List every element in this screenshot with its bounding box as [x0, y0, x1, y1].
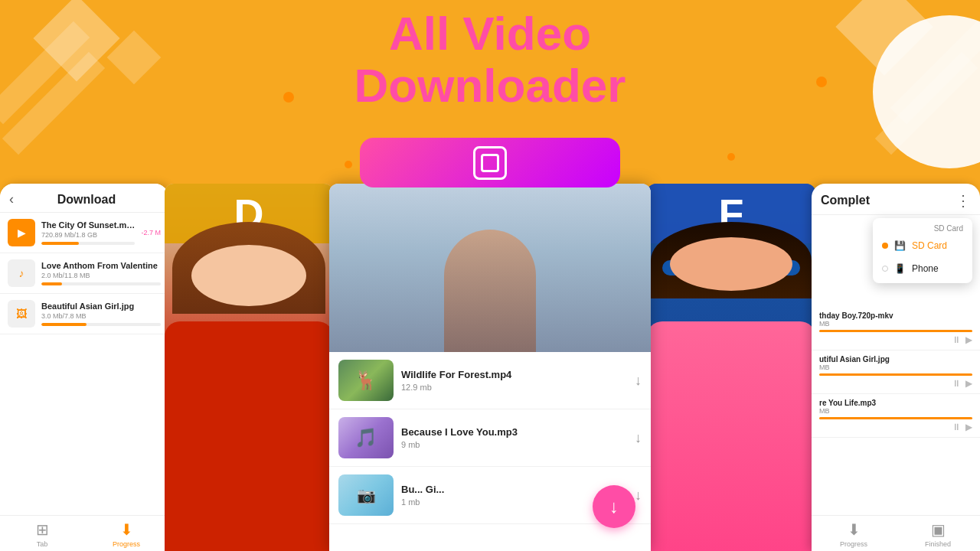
video-preview[interactable]: [329, 184, 651, 352]
tab-icon: ⊞: [36, 520, 49, 539]
completed-item-2-name: utiful Asian Girl.jpg: [819, 355, 972, 364]
nav-progress[interactable]: ⬇ Progress: [84, 520, 168, 548]
download-item-3[interactable]: 🖼 Beautiful Asian Girl.jpg 3.0 Mb/7.8 MB: [0, 294, 168, 334]
app-icon-inner: [481, 154, 499, 172]
completed-progress-1: [819, 330, 972, 332]
completed-item-3[interactable]: re You Life.mp3 MB ⏸ ▶: [812, 394, 980, 438]
pink-bar[interactable]: [360, 138, 620, 187]
left-screen: ‹ Download ▶ The City Of Sunset.mkv-1080…: [0, 184, 168, 551]
completed-progress-2: [819, 373, 972, 376]
right-finished-icon: ▣: [931, 520, 946, 539]
app-title-area: All Video Downloader: [0, 8, 980, 112]
dropdown-sd-card[interactable]: 💾 SD Card: [873, 234, 972, 257]
progress-fill-2: [41, 282, 62, 285]
media-item-2[interactable]: 🎵 Because I Love You.mp3 9 mb ↓: [329, 409, 651, 467]
completed-items: thday Boy.720p-mkv MB ⏸ ▶ utiful Asian G…: [812, 307, 980, 438]
media-thumb-1: 🦌: [338, 360, 394, 401]
completed-item-3-size: MB: [819, 407, 972, 415]
play-btn-1[interactable]: ▶: [965, 334, 972, 345]
download-item-2[interactable]: ♪ Love Anthom From Valentine 2.0 Mb/11.8…: [0, 253, 168, 294]
unselected-dot: [882, 266, 888, 272]
media-info-2: Because I Love You.mp3 9 mb: [401, 426, 627, 449]
media-name-1: Wildlife For Forest.mp4: [401, 369, 627, 380]
right-bottom-nav: ⬇ Progress ▣ Finished: [812, 515, 980, 551]
media-thumb-2: 🎵: [338, 417, 394, 458]
play-btn-2[interactable]: ▶: [965, 378, 972, 389]
dropdown-header: SD Card: [873, 221, 972, 234]
completed-actions-1: ⏸ ▶: [819, 334, 972, 345]
download-arrow-1[interactable]: ↓: [635, 373, 642, 389]
progress-bar-2: [41, 282, 161, 285]
progress-fill-1: [41, 242, 79, 245]
download-item-1-info: The City Of Sunset.mkv-1080p 720.89 Mb/1…: [41, 220, 135, 245]
right-nav-progress[interactable]: ⬇ Progress: [812, 520, 896, 548]
progress-bar-1: [41, 242, 135, 245]
pause-btn-3[interactable]: ⏸: [952, 422, 961, 432]
download-item-2-size: 2.0 Mb/11.8 MB: [41, 272, 161, 279]
pause-btn-1[interactable]: ⏸: [952, 334, 961, 345]
download-item-3-info: Beautiful Asian Girl.jpg 3.0 Mb/7.8 MB: [41, 302, 161, 326]
mid-left-screen: D: [165, 184, 333, 551]
deco-dot: [727, 153, 735, 161]
download-arrow-2[interactable]: ↓: [635, 430, 642, 446]
download-item-1[interactable]: ▶ The City Of Sunset.mkv-1080p 720.89 Mb…: [0, 213, 168, 253]
right-finished-label: Finished: [925, 540, 951, 548]
download-item-3-size: 3.0 Mb/7.8 MB: [41, 312, 161, 320]
play-btn-3[interactable]: ▶: [965, 422, 972, 432]
fab-download-icon: ↓: [609, 496, 619, 517]
dots-menu-button[interactable]: ⋮: [956, 191, 971, 210]
selected-dot: [882, 243, 888, 249]
download-extra-1: -2.7 M: [141, 229, 161, 236]
completed-item-2-size: MB: [819, 364, 972, 371]
media-size-2: 9 mb: [401, 440, 627, 449]
deco-dot: [345, 161, 352, 168]
progress-icon: ⬇: [120, 520, 133, 539]
forest-icon: 🦌: [354, 370, 377, 391]
media-thumb-3: 📷: [338, 474, 394, 516]
completed-progress-3: [819, 417, 972, 419]
media-name-3: Bu... Gi...: [401, 484, 627, 495]
download-item-2-info: Love Anthom From Valentine 2.0 Mb/11.8 M…: [41, 261, 161, 285]
completed-actions-3: ⏸ ▶: [819, 422, 972, 432]
music-note-icon: 🎵: [354, 427, 377, 448]
download-arrow-3[interactable]: ↓: [635, 487, 642, 504]
music-icon: ♪: [8, 259, 35, 287]
progress-bar-3: [41, 323, 161, 326]
center-screen: 🦌 Wildlife For Forest.mp4 12.9 mb ↓ 🎵 Be…: [329, 184, 651, 551]
completed-item-1-size: MB: [819, 320, 972, 328]
screens-container: ‹ Download ▶ The City Of Sunset.mkv-1080…: [0, 184, 980, 551]
media-info-1: Wildlife For Forest.mp4 12.9 mb: [401, 369, 627, 392]
download-item-1-name: The City Of Sunset.mkv-1080p: [41, 220, 135, 230]
nav-tab[interactable]: ⊞ Tab: [0, 520, 84, 548]
image-icon: 🖼: [8, 300, 35, 328]
pause-btn-2[interactable]: ⏸: [952, 378, 961, 389]
completed-actions-2: ⏸ ▶: [819, 378, 972, 389]
right-screen-title: Complet: [821, 194, 956, 207]
camera-icon: 📷: [357, 486, 376, 504]
media-size-1: 12.9 mb: [401, 383, 627, 392]
sd-card-label: SD Card: [912, 240, 947, 251]
left-screen-header: ‹ Download: [0, 184, 168, 213]
completed-item-1[interactable]: thday Boy.720p-mkv MB ⏸ ▶: [812, 307, 980, 350]
dropdown-phone[interactable]: 📱 Phone: [873, 257, 972, 280]
completed-item-1-name: thday Boy.720p-mkv: [819, 311, 972, 320]
right-screen-header: Complet ⋮: [812, 184, 980, 215]
download-item-3-name: Beautiful Asian Girl.jpg: [41, 302, 161, 311]
completed-item-2[interactable]: utiful Asian Girl.jpg MB ⏸ ▶: [812, 350, 980, 394]
media-item-1[interactable]: 🦌 Wildlife For Forest.mp4 12.9 mb ↓: [329, 352, 651, 409]
media-name-2: Because I Love You.mp3: [401, 426, 627, 438]
right-screen: Complet ⋮ SD Card 💾 SD Card 📱 Phone thda…: [812, 184, 980, 551]
sd-card-icon: 💾: [894, 240, 906, 251]
dropdown-menu: SD Card 💾 SD Card 📱 Phone: [873, 218, 972, 283]
right-progress-label: Progress: [840, 540, 867, 548]
right-nav-finished[interactable]: ▣ Finished: [896, 520, 980, 548]
fab-download-button[interactable]: ↓: [593, 485, 635, 528]
progress-fill-3: [41, 323, 87, 326]
progress-label: Progress: [113, 540, 140, 548]
tab-label: Tab: [37, 540, 48, 548]
left-bottom-nav: ⊞ Tab ⬇ Progress: [0, 515, 168, 551]
title-line1: All Video: [0, 8, 980, 60]
download-item-1-size: 720.89 Mb/1.8 GB: [41, 231, 135, 239]
title-line2: Downloader: [0, 60, 980, 112]
right-progress-icon: ⬇: [848, 520, 861, 539]
